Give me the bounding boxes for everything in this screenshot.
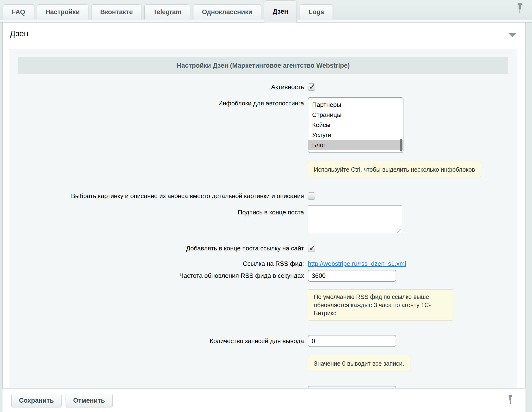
- row-rss-link: Ссылка на RSS фид: http://webstripe.ru/r…: [9, 260, 517, 268]
- listbox-option-pages[interactable]: Страницы: [308, 110, 403, 120]
- append-link-checkbox[interactable]: [308, 245, 315, 252]
- row-start-date: Начиная с даты: [9, 386, 517, 388]
- tab-bar: FAQ Настройки Вконтакте Telegram Однокла…: [0, 0, 532, 23]
- activity-checkbox[interactable]: [308, 83, 315, 91]
- tab-vkontakte[interactable]: Вконтакте: [92, 4, 141, 20]
- records-count-hint-note: Значение 0 выводит все записи.: [308, 356, 410, 371]
- tab-odnoklassniki[interactable]: Одноклассники: [193, 4, 261, 20]
- start-date-input[interactable]: [308, 386, 396, 388]
- listbox-option-partners[interactable]: Партнеры: [308, 100, 403, 110]
- cancel-button[interactable]: Отменить: [66, 394, 113, 407]
- signature-textarea[interactable]: [308, 205, 402, 234]
- row-infoblocks: Инфоблоки для автопостинга Партнеры Стра…: [9, 97, 517, 153]
- listbox-option-cases[interactable]: Кейсы: [308, 120, 403, 130]
- rss-freq-hint-note: По умолчанию RSS фид по ссылке выше обно…: [308, 289, 453, 320]
- infoblocks-hint-note: Используйте Ctrl, чтобы выделить несколь…: [308, 162, 481, 177]
- textarea-resize-grip-icon[interactable]: [398, 229, 401, 233]
- pin-icon[interactable]: [508, 395, 513, 404]
- content-panel: Дзен Настройки Дзен (Маркетинговое агент…: [2, 23, 525, 412]
- signature-label: Подпись в конце поста: [9, 205, 308, 216]
- rss-link-label: Ссылка на RSS фид:: [9, 260, 308, 268]
- row-signature: Подпись в конце поста: [9, 205, 517, 234]
- append-link-label: Добавлять в конце поста ссылку на сайт: [9, 244, 308, 252]
- collapse-arrow-icon[interactable]: [508, 33, 516, 37]
- records-count-label: Количество записей для вывода: [9, 337, 308, 345]
- row-append-link: Добавлять в конце поста ссылку на сайт: [9, 244, 517, 252]
- infoblocks-label: Инфоблоки для автопостинга: [9, 97, 308, 107]
- row-records-count-hint: Значение 0 выводит все записи.: [9, 356, 517, 371]
- tab-settings[interactable]: Настройки: [37, 4, 88, 20]
- section-header: Дзен: [3, 23, 525, 49]
- use-announce-checkbox[interactable]: [308, 192, 315, 200]
- row-use-announce: Выбрать картинку и описание из анонса вм…: [9, 192, 517, 200]
- tab-dzen[interactable]: Дзен: [264, 0, 297, 23]
- row-activity: Активность: [9, 83, 517, 91]
- settings-form: Настройки Дзен (Маркетинговое агентство …: [9, 49, 517, 388]
- listbox-scrollbar-thumb[interactable]: [400, 139, 402, 152]
- tab-faq[interactable]: FAQ: [3, 4, 34, 20]
- rss-feed-link[interactable]: http://webstripe.ru/rss_dzen_s1.xml: [308, 260, 406, 267]
- rss-freq-input[interactable]: [308, 270, 396, 282]
- infoblocks-listbox[interactable]: Партнеры Страницы Кейсы Услуги Блог: [308, 97, 403, 153]
- use-announce-label: Выбрать картинку и описание из анонса вм…: [9, 192, 308, 200]
- settings-form-title: Настройки Дзен (Маркетинговое агентство …: [18, 57, 508, 74]
- activity-label: Активность: [9, 83, 308, 91]
- row-infoblocks-hint: Используйте Ctrl, чтобы выделить несколь…: [9, 162, 517, 177]
- tab-logs[interactable]: Logs: [300, 4, 333, 20]
- pin-icon[interactable]: [517, 3, 523, 14]
- footer-bar: Сохранить Отменить: [2, 388, 525, 412]
- listbox-option-blog[interactable]: Блог: [308, 140, 403, 150]
- page-title: Дзен: [10, 29, 28, 38]
- footer-buttons: Сохранить Отменить: [11, 394, 113, 407]
- row-rss-freq: Частота обновления RSS фида в секундах: [9, 270, 517, 282]
- tab-list: FAQ Настройки Вконтакте Telegram Однокла…: [3, 0, 333, 23]
- row-rss-freq-hint: По умолчанию RSS фид по ссылке выше обно…: [9, 289, 517, 320]
- save-button[interactable]: Сохранить: [11, 394, 62, 407]
- tab-telegram[interactable]: Telegram: [144, 4, 190, 20]
- row-records-count: Количество записей для вывода: [9, 335, 517, 347]
- listbox-option-services[interactable]: Услуги: [308, 130, 403, 140]
- records-count-input[interactable]: [308, 335, 396, 347]
- rss-freq-label: Частота обновления RSS фида в секундах: [9, 272, 308, 280]
